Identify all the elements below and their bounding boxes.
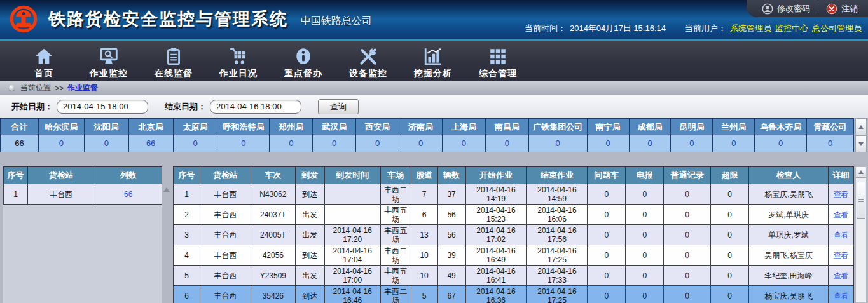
- nav-item-label: 首页: [34, 68, 53, 79]
- summary-value-row: 660066000000000000000: [1, 135, 853, 152]
- scroll-down-button[interactable]: [855, 135, 867, 152]
- summary-col-header: 太原局: [174, 119, 218, 135]
- station-header-row: 序号货检站列数: [4, 167, 162, 184]
- jobs-cell-station: 丰台西: [200, 286, 251, 303]
- jobs-cell-over_limit: 0: [711, 225, 749, 245]
- detail-link[interactable]: 查看: [833, 231, 848, 239]
- jobs-body: 1丰台西N43062到达丰西二场7372014-04-16 14:192014-…: [174, 184, 854, 303]
- station-seq-cell: 1: [4, 184, 28, 205]
- summary-value[interactable]: 0: [85, 135, 129, 152]
- query-button[interactable]: 查询: [318, 99, 359, 114]
- detail-link[interactable]: 查看: [833, 190, 848, 199]
- breadcrumb-prefix: 当前位置: [20, 83, 51, 93]
- summary-value[interactable]: 0: [671, 135, 713, 152]
- jobs-cell-seq: 5: [174, 266, 200, 286]
- summary-value[interactable]: 0: [713, 135, 755, 152]
- summary-col-header: 济南局: [399, 119, 443, 135]
- app-subtitle: 中国铁路总公司: [301, 15, 372, 28]
- jobs-cell-station: 丰台西: [200, 225, 251, 245]
- detail-link[interactable]: 查看: [833, 210, 848, 219]
- user-links: 系统管理员监控中心总公司管理员: [730, 23, 862, 34]
- detail-link[interactable]: 查看: [833, 271, 848, 280]
- end-date-input[interactable]: [210, 100, 301, 114]
- triangle-up-icon: [858, 170, 864, 174]
- logout-label: 注销: [841, 3, 858, 15]
- current-time-value: 2014年04月17日 15:16:14: [570, 23, 666, 34]
- user-role-link[interactable]: 系统管理员: [730, 23, 771, 34]
- summary-value[interactable]: 0: [443, 135, 486, 152]
- jobs-col-header: 到发时间: [324, 167, 380, 184]
- station-scroll-up-icon[interactable]: [163, 187, 170, 192]
- nav-item-chart[interactable]: 挖掘分析: [401, 41, 465, 81]
- table-row: 6丰台西35426到达2014-04-16 16:46丰西二场5672014-0…: [174, 286, 854, 303]
- station-panel: 序号货检站列数 1丰台西66: [3, 166, 162, 303]
- jobs-cell-over_limit: 0: [711, 205, 749, 225]
- summary-value: 66: [1, 135, 39, 152]
- jobs-cell-arrdep_time: [324, 205, 380, 225]
- jobs-cell-yard: 丰西五场: [380, 225, 411, 245]
- summary-col-header: 哈尔滨局: [39, 119, 85, 135]
- grid-icon: [488, 46, 507, 67]
- jobs-cell-end_work: 2014-04-16 14:59: [527, 184, 588, 205]
- app-header: 铁路货检安全监控与管理系统 中国铁路总公司 修改密码 注销: [0, 0, 868, 39]
- breadcrumb-current[interactable]: 作业监督: [67, 83, 98, 93]
- nav-item-label: 挖掘分析: [414, 68, 452, 79]
- change-password-link[interactable]: 修改密码: [762, 3, 810, 15]
- bullet-icon: [9, 85, 15, 91]
- nav-item-home[interactable]: 首页: [11, 41, 76, 81]
- summary-value[interactable]: 0: [630, 135, 672, 152]
- station-table: 序号货检站列数 1丰台西66: [3, 166, 162, 205]
- station-trains-link[interactable]: 66: [124, 190, 132, 199]
- jobs-cell-arrdep: 出发: [295, 205, 324, 225]
- summary-value[interactable]: 0: [217, 135, 270, 152]
- scroll-up-button[interactable]: [855, 118, 867, 135]
- jobs-cell-arrdep_time: 2014-04-16 17:04: [324, 245, 380, 266]
- summary-value[interactable]: 0: [529, 135, 588, 152]
- jobs-col-header: 结束作业: [527, 167, 588, 184]
- summary-value[interactable]: 0: [356, 135, 399, 152]
- jobs-cell-seq: 1: [174, 184, 200, 205]
- nav-item-cart[interactable]: 作业日况: [206, 41, 271, 81]
- nav-item-info[interactable]: 重点督办: [271, 41, 336, 81]
- user-role-link[interactable]: 总公司管理员: [812, 23, 862, 34]
- jobs-cell-start_work: 2014-04-16 15:23: [465, 205, 527, 225]
- clipboard-icon: [164, 46, 183, 67]
- nav-item-tools[interactable]: 设备监控: [336, 41, 401, 81]
- jobs-col-header: 辆数: [437, 167, 465, 184]
- jobs-cell-station: 丰台西: [200, 266, 251, 286]
- start-date-input[interactable]: [57, 100, 148, 114]
- nav-item-grid[interactable]: 综合管理: [465, 41, 530, 81]
- summary-value[interactable]: 66: [129, 135, 174, 152]
- summary-value[interactable]: 0: [399, 135, 443, 152]
- jobs-cell-start_work: 2014-04-16 14:19: [465, 184, 527, 205]
- brand: 铁路货检安全监控与管理系统 中国铁路总公司: [9, 4, 372, 34]
- summary-value[interactable]: 0: [755, 135, 807, 152]
- summary-header-row: 合计哈尔滨局沈阳局北京局太原局呼和浩特局郑州局武汉局西安局济南局上海局南昌局广铁…: [1, 119, 853, 135]
- summary-value[interactable]: 0: [270, 135, 313, 152]
- logout-link[interactable]: 注销: [826, 3, 858, 15]
- jobs-panel: 序号货检站车次到发到发时间车场股道辆数开始作业结束作业问题车电报普通记录超限检查…: [173, 166, 854, 303]
- summary-value[interactable]: 0: [807, 135, 853, 152]
- table-row: 5丰台西Y23509出发2014-04-16 17:00丰西五场10492014…: [174, 266, 854, 286]
- detail-link[interactable]: 查看: [833, 251, 848, 260]
- summary-value[interactable]: 0: [39, 135, 85, 152]
- scrollbar-thumb[interactable]: [857, 182, 865, 219]
- nav-item-clipboard[interactable]: 在线监督: [141, 41, 206, 81]
- table-row: 2丰台西24037T出发丰西五场6562014-04-16 15:232014-…: [174, 205, 854, 225]
- nav-item-monitor-search[interactable]: 作业监控: [76, 41, 141, 81]
- jobs-cell-start_work: 2014-04-16 16:36: [465, 286, 527, 303]
- user-role-link[interactable]: 监控中心: [775, 23, 808, 34]
- jobs-col-header: 车场: [380, 167, 411, 184]
- jobs-col-header: 检查人: [749, 167, 829, 184]
- jobs-col-header: 超限: [711, 167, 749, 184]
- station-col-header: 货检站: [27, 167, 95, 184]
- summary-value[interactable]: 0: [588, 135, 630, 152]
- summary-scrollbar[interactable]: [855, 118, 867, 152]
- detail-link[interactable]: 查看: [833, 292, 848, 300]
- summary-value[interactable]: 0: [486, 135, 529, 152]
- jobs-scrollbar[interactable]: [855, 166, 867, 303]
- jobs-cell-arrdep_time: 2014-04-16 16:46: [324, 286, 380, 303]
- scroll-up-button[interactable]: [856, 167, 866, 178]
- summary-value[interactable]: 0: [313, 135, 356, 152]
- summary-value[interactable]: 0: [174, 135, 218, 152]
